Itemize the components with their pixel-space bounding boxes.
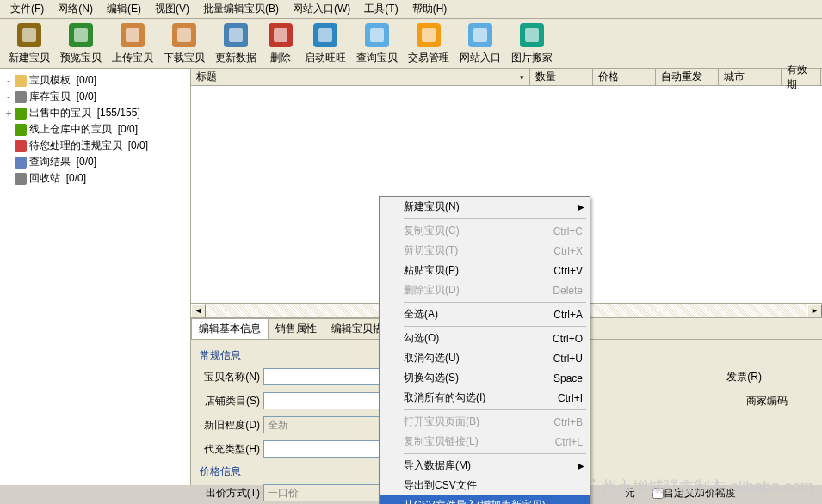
tree-item[interactable]: 查询结果 [0/0] — [3, 154, 187, 170]
menu-item-label: 新建宝贝(N) — [404, 200, 460, 214]
tree-item[interactable]: -库存宝贝 [0/0] — [3, 89, 187, 105]
new-item-button[interactable]: 新建宝贝 — [3, 20, 55, 67]
delete-icon — [267, 22, 294, 49]
svg-rect-1 — [22, 28, 36, 42]
tree-expander-icon[interactable] — [3, 140, 14, 152]
scroll-right-icon[interactable]: ► — [807, 304, 822, 317]
context-menu-item[interactable]: 从CSV文件导入(增加为新宝贝) — [380, 495, 590, 504]
column-header[interactable]: 数量 — [530, 69, 593, 85]
svg-rect-21 — [525, 28, 539, 42]
update-data-icon — [222, 22, 250, 49]
column-header[interactable]: 标题▾ — [191, 69, 530, 85]
tree-expander-icon[interactable] — [3, 157, 14, 169]
menu-shortcut: Ctrl+X — [553, 245, 583, 257]
menu-item-label: 取消所有的勾选(I) — [404, 390, 485, 405]
search-item-button[interactable]: 查询宝贝 — [351, 20, 403, 67]
tab-basic-info[interactable]: 编辑基本信息 — [191, 318, 269, 339]
preview-item-button[interactable]: 预览宝贝 — [55, 20, 107, 67]
svg-rect-26 — [15, 140, 27, 152]
column-header[interactable]: 价格 — [593, 69, 656, 85]
tree-expander-icon[interactable] — [3, 173, 14, 185]
column-header[interactable]: 自动重发 — [656, 69, 719, 85]
scroll-left-icon[interactable]: ◄ — [191, 304, 206, 317]
update-data-button[interactable]: 更新数据 — [210, 20, 262, 67]
start-ww-button[interactable]: 启动旺旺 — [300, 20, 351, 67]
menu-shortcut: Space — [553, 372, 583, 384]
context-menu-item[interactable]: 取消所有的勾选(I)Ctrl+I — [380, 388, 590, 408]
checkbox-custom-markup[interactable] — [652, 488, 664, 499]
menu-tools[interactable]: 工具(T) — [357, 0, 405, 18]
tree-node-icon — [14, 139, 28, 153]
menu-site[interactable]: 网站入口(W) — [286, 0, 357, 18]
menu-shortcut: Ctrl+I — [558, 392, 583, 404]
tree-expander-icon[interactable]: - — [3, 75, 14, 87]
label-unit-yuan: 元 — [625, 486, 635, 501]
menu-view[interactable]: 视图(V) — [148, 0, 196, 18]
menu-network[interactable]: 网络(N) — [51, 0, 100, 18]
svg-rect-13 — [318, 28, 332, 42]
preview-item-icon — [67, 22, 95, 49]
image-move-label: 图片搬家 — [511, 51, 553, 65]
delete-button[interactable]: 删除 — [262, 20, 300, 67]
column-header[interactable]: 城市 — [719, 69, 782, 85]
delete-label: 删除 — [270, 51, 291, 65]
menu-item-label: 删除宝贝(D) — [404, 283, 460, 298]
context-menu-item[interactable]: 取消勾选(U)Ctrl+U — [380, 348, 590, 368]
context-menu-item[interactable]: 新建宝贝(N)▶ — [380, 197, 590, 217]
tree-node-label: 宝贝模板 [0/0] — [29, 73, 96, 88]
context-menu-item[interactable]: 粘贴宝贝(P)Ctrl+V — [380, 261, 590, 280]
sort-icon: ▾ — [520, 73, 524, 82]
download-item-button[interactable]: 下载宝贝 — [158, 20, 210, 67]
site-entry-button[interactable]: 网站入口 — [454, 20, 506, 67]
tree-node-icon — [14, 90, 28, 104]
label-bid-type: 出价方式(T) — [200, 486, 260, 501]
column-label: 数量 — [535, 70, 556, 84]
svg-rect-23 — [15, 91, 27, 103]
site-entry-icon — [467, 22, 494, 49]
upload-item-button[interactable]: 上传宝贝 — [107, 20, 158, 67]
column-header[interactable]: 有效期 — [782, 69, 821, 85]
input-proxy-type[interactable] — [263, 440, 384, 458]
new-item-icon — [15, 22, 43, 49]
tree-node-icon — [14, 74, 28, 88]
sidebar: -宝贝模板 [0/0]-库存宝贝 [0/0]+出售中的宝贝 [155/155] … — [0, 69, 191, 485]
tree-expander-icon[interactable]: - — [3, 91, 14, 103]
menu-edit[interactable]: 编辑(E) — [100, 0, 148, 18]
column-label: 价格 — [598, 70, 619, 84]
tree-expander-icon[interactable] — [3, 124, 14, 136]
tree-item[interactable]: 线上仓库中的宝贝 [0/0] — [3, 121, 187, 138]
tree-expander-icon[interactable]: + — [3, 108, 14, 120]
input-item-name[interactable] — [263, 368, 384, 385]
menu-item-label: 剪切宝贝(T) — [404, 243, 458, 258]
tree-node-icon — [14, 123, 28, 137]
upload-item-icon — [119, 22, 146, 49]
tree-item[interactable]: 回收站 [0/0] — [3, 170, 187, 187]
update-data-label: 更新数据 — [215, 51, 256, 65]
menu-batch[interactable]: 批量编辑宝贝(B) — [196, 0, 286, 18]
menu-shortcut: Ctrl+O — [553, 333, 583, 345]
context-menu: 新建宝贝(N)▶复制宝贝(C)Ctrl+C剪切宝贝(T)Ctrl+X粘贴宝贝(P… — [379, 196, 590, 504]
menu-shortcut: Ctrl+C — [553, 225, 583, 237]
context-menu-item[interactable]: 导出到CSV文件 — [380, 476, 590, 495]
svg-rect-19 — [473, 28, 487, 42]
context-menu-item[interactable]: 切换勾选(S)Space — [380, 368, 590, 388]
menu-file[interactable]: 文件(F) — [3, 0, 51, 18]
input-shop-cat[interactable] — [263, 392, 384, 409]
label-item-name: 宝贝名称(N) — [200, 370, 260, 384]
context-menu-item[interactable]: 导入数据库(M)▶ — [380, 456, 590, 476]
tree-item[interactable]: -宝贝模板 [0/0] — [3, 72, 187, 89]
menu-help[interactable]: 帮助(H) — [405, 0, 454, 18]
trade-mgmt-button[interactable]: 交易管理 — [403, 20, 454, 67]
menu-separator — [404, 409, 586, 410]
svg-rect-3 — [74, 28, 88, 42]
menu-shortcut: Ctrl+V — [553, 265, 583, 277]
label-proxy-type: 代充类型(H) — [200, 442, 260, 457]
tree-item[interactable]: +出售中的宝贝 [155/155] — [3, 105, 187, 121]
context-menu-item[interactable]: 全选(A)Ctrl+A — [380, 304, 590, 324]
context-menu-item[interactable]: 勾选(O)Ctrl+O — [380, 329, 590, 348]
search-item-icon — [363, 22, 391, 49]
tree-item[interactable]: 待您处理的违规宝贝 [0/0] — [3, 138, 187, 154]
label-custom-markup: 自定义加价幅度 — [664, 486, 736, 501]
tab-sale-attr[interactable]: 销售属性 — [268, 318, 324, 339]
image-move-button[interactable]: 图片搬家 — [506, 20, 558, 67]
